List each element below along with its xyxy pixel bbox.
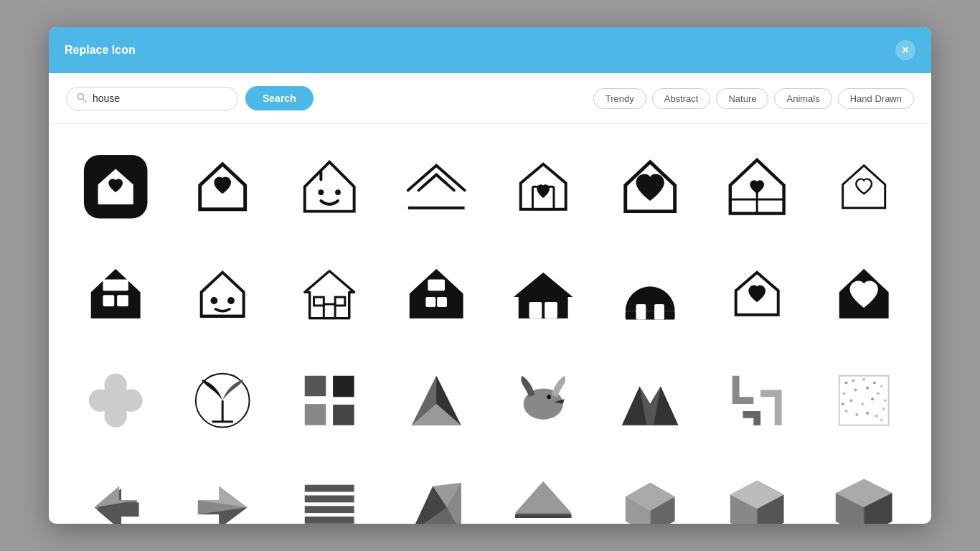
icon-cell-23[interactable] (707, 351, 807, 451)
replace-icon-modal: Replace Icon × Search (49, 27, 931, 524)
modal-body (49, 124, 931, 524)
svg-rect-11 (103, 280, 128, 291)
svg-point-39 (547, 395, 551, 400)
modal-header: Replace Icon × (49, 27, 931, 73)
icon-cell-6[interactable] (600, 137, 700, 237)
svg-rect-9 (103, 295, 115, 306)
filter-tags: Trendy Abstract Nature Animals Hand Draw… (593, 88, 914, 109)
svg-rect-68 (305, 496, 354, 503)
icon-cell-18[interactable] (173, 351, 273, 451)
filter-tag-trendy[interactable]: Trendy (593, 88, 646, 109)
svg-point-4 (335, 189, 341, 195)
icon-cell-29[interactable] (494, 458, 593, 524)
svg-rect-67 (305, 485, 354, 492)
svg-rect-19 (437, 297, 447, 307)
svg-rect-22 (545, 302, 557, 319)
icon-cell-20[interactable] (387, 351, 486, 451)
svg-rect-20 (428, 280, 446, 291)
svg-rect-34 (305, 376, 326, 397)
modal-toolbar: Search Trendy Abstract Nature Animals Ha… (49, 73, 931, 124)
svg-point-14 (227, 297, 235, 304)
icon-cell-12[interactable] (387, 244, 486, 344)
icon-cell-17[interactable] (66, 351, 166, 451)
svg-point-45 (880, 385, 883, 388)
icon-cell-22[interactable] (600, 351, 700, 451)
svg-line-1 (83, 99, 86, 102)
icon-cell-32[interactable] (814, 458, 914, 524)
svg-rect-23 (626, 311, 675, 320)
svg-rect-18 (426, 297, 436, 307)
filter-tag-hand-drawn[interactable]: Hand Drawn (838, 88, 914, 109)
icon-cell-1[interactable] (66, 137, 166, 237)
icon-cell-28[interactable] (387, 458, 486, 524)
svg-rect-37 (333, 404, 354, 425)
icon-cell-3[interactable] (280, 137, 380, 237)
icon-cell-5[interactable] (494, 137, 593, 237)
icon-cell-15[interactable] (707, 244, 807, 344)
svg-point-42 (852, 380, 855, 382)
svg-point-52 (850, 400, 853, 402)
icon-cell-24[interactable] (814, 351, 914, 451)
filter-tag-animals[interactable]: Animals (774, 88, 831, 109)
icon-cell-11[interactable] (280, 244, 380, 344)
filter-tag-nature[interactable]: Nature (716, 88, 768, 109)
svg-rect-25 (654, 304, 664, 320)
svg-point-43 (863, 378, 866, 381)
svg-marker-78 (515, 514, 572, 518)
icon-cell-26[interactable] (173, 458, 273, 524)
svg-point-49 (877, 392, 880, 395)
modal-close-button[interactable]: × (895, 40, 915, 60)
svg-point-53 (862, 402, 864, 405)
svg-rect-69 (305, 507, 354, 514)
icon-cell-19[interactable] (280, 351, 380, 451)
icon-cell-16[interactable] (814, 244, 914, 344)
svg-point-60 (880, 419, 883, 422)
icon-cell-2[interactable] (173, 137, 273, 237)
search-input[interactable] (93, 93, 227, 104)
close-icon: × (902, 44, 908, 57)
icon-cell-30[interactable] (600, 458, 700, 524)
icon-cell-25[interactable] (66, 458, 166, 524)
search-icon (77, 93, 87, 105)
svg-point-55 (882, 408, 885, 410)
svg-point-48 (866, 387, 869, 390)
svg-rect-15 (324, 304, 336, 319)
svg-rect-35 (333, 376, 354, 397)
search-button[interactable]: Search (245, 86, 314, 110)
icon-cell-14[interactable] (600, 244, 700, 344)
svg-rect-70 (305, 517, 354, 524)
icon-cell-10[interactable] (173, 244, 273, 344)
svg-rect-10 (117, 295, 128, 306)
svg-rect-21 (529, 302, 542, 319)
svg-point-3 (319, 189, 324, 195)
svg-marker-77 (515, 481, 572, 513)
svg-rect-30 (105, 390, 127, 412)
svg-point-44 (873, 382, 876, 385)
svg-point-50 (884, 400, 887, 402)
svg-point-46 (843, 392, 846, 395)
filter-tag-abstract[interactable]: Abstract (652, 88, 711, 109)
svg-point-13 (211, 297, 218, 304)
icon-cell-31[interactable] (707, 458, 807, 524)
icon-cell-9[interactable] (66, 244, 166, 344)
modal-title: Replace Icon (65, 44, 136, 57)
icon-cell-21[interactable] (494, 351, 593, 451)
svg-point-0 (78, 93, 84, 99)
svg-point-41 (845, 382, 848, 385)
svg-rect-17 (335, 297, 345, 306)
modal-backdrop: Replace Icon × Search (0, 0, 980, 551)
icon-cell-27[interactable] (280, 458, 380, 524)
svg-rect-36 (305, 404, 326, 425)
svg-point-57 (856, 413, 859, 416)
icon-cell-13[interactable] (494, 244, 593, 344)
icon-cell-4[interactable] (387, 137, 486, 237)
svg-rect-16 (314, 297, 324, 306)
svg-point-59 (875, 415, 878, 418)
svg-point-56 (845, 410, 848, 413)
svg-point-51 (842, 402, 844, 405)
search-input-wrap (66, 87, 238, 110)
search-area: Search (66, 86, 314, 110)
icon-cell-7[interactable] (707, 137, 807, 237)
icon-cell-8[interactable] (814, 137, 914, 237)
svg-point-54 (871, 398, 874, 401)
